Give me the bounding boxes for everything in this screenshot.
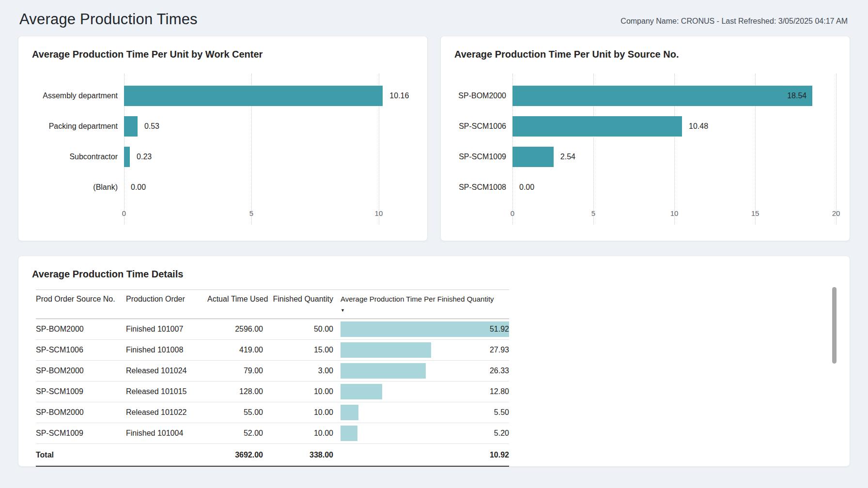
axis-tick-label: 5 [249,209,253,217]
table-cell: 338.00 [263,451,333,459]
table-cell: 52.00 [207,429,263,438]
table-data-bar [341,342,431,358]
category-label: SP-BOM2000 [454,92,512,100]
bar-track: 0.53 [124,116,414,137]
column-header[interactable]: Average Production Time Per Finished Qua… [333,294,509,315]
table-data-bar [341,405,358,420]
table-cell: 50.00 [263,325,333,334]
table-cell: 419.00 [207,346,263,354]
page-title: Average Production Times [19,11,198,28]
chart-bar-row: SP-BOM200018.54 [454,80,836,111]
table-cell: Finished 101008 [126,346,207,354]
chart-bar-row: (Blank)0.00 [32,172,414,202]
work-center-chart-card: Average Production Time Per Unit by Work… [18,36,428,241]
chart-title: Average Production Time Per Unit by Sour… [454,49,836,60]
category-label: Assembly department [32,92,124,100]
chart-bar[interactable] [124,147,130,167]
chart-bar[interactable] [512,86,812,106]
table-cell: Released 101015 [126,387,207,396]
table-cell-value: 26.33 [490,361,509,381]
table-cell: 10.00 [263,429,333,438]
bar-value-label: 0.23 [137,152,152,161]
axis-tick-label: 20 [832,209,840,217]
bar-track: 0.00 [512,177,836,198]
axis-tick-label: 10 [375,209,383,217]
bar-value-label: 0.00 [519,183,534,192]
chart-bar[interactable] [124,86,383,106]
sort-descending-icon: ▼ [341,305,509,315]
table-cell: Released 101022 [126,408,207,417]
bar-value-label: 10.48 [689,122,708,131]
bar-track: 10.16 [124,86,414,106]
chart-bar[interactable] [512,147,554,167]
report-header: Average Production Times Company Name: C… [0,0,868,36]
table-row[interactable]: SP-BOM2000Finished 1010072596.0050.0051.… [36,319,509,339]
gridline [836,74,837,225]
chart-bar[interactable] [124,116,138,137]
table-cell: SP-BOM2000 [36,366,126,375]
chart-bar-row: SP-SCM10092.54 [454,141,836,172]
chart-x-axis: 05101520 [512,209,836,220]
chart-title: Average Production Time Per Unit by Work… [32,49,414,60]
axis-tick-label: 0 [122,209,126,217]
table-cell: 10.00 [263,387,333,396]
source-no-chart-card: Average Production Time Per Unit by Sour… [440,36,850,241]
bar-value-label: 18.54 [787,92,806,100]
bar-track: 0.23 [124,147,414,167]
table-row[interactable]: SP-BOM2000Released 10102479.003.0026.33 [36,360,509,381]
bar-value-label: 2.54 [560,152,575,161]
chart-x-axis: 0510 [124,209,414,220]
table-cell: 15.00 [263,346,333,354]
table-cell-value: 10.92 [490,445,509,465]
table-data-bar [341,384,382,399]
table-cell: 10.92 [333,445,509,465]
table-row[interactable]: SP-SCM1006Finished 101008419.0015.0027.9… [36,339,509,360]
table-cell-value: 27.93 [490,340,509,360]
column-header-label: Finished Quantity [273,295,333,303]
bar-value-label: 0.00 [131,183,146,192]
table-row[interactable]: SP-BOM2000Released 10102255.0010.005.50 [36,402,509,423]
table-cell-value: 5.20 [494,423,509,443]
table-cell: 79.00 [207,366,263,375]
bar-track: 18.54 [512,86,836,106]
work-center-chart: Assembly department10.16Packing departme… [32,80,414,220]
source-no-chart: SP-BOM200018.54SP-SCM100610.48SP-SCM1009… [454,80,836,220]
table-data-bar [341,363,426,379]
bar-value-label: 10.16 [389,92,409,100]
column-header[interactable]: Prod Order Source No. [36,294,126,315]
charts-row: Average Production Time Per Unit by Work… [18,36,850,241]
bar-value-label: 0.53 [144,122,159,131]
table-cell: 2596.00 [207,325,263,334]
table-cell: 3.00 [263,366,333,375]
column-header[interactable]: Production Order [126,294,207,315]
table-cell: SP-SCM1009 [36,387,126,396]
table-cell: SP-BOM2000 [36,408,126,417]
bar-track: 0.00 [124,177,414,198]
table-row[interactable]: SP-SCM1009Released 101015128.0010.0012.8… [36,381,509,402]
table-cell: Released 101024 [126,366,207,375]
table-cell: 5.50 [333,402,509,423]
table-cell: 51.92 [333,319,509,339]
table-cell: 128.00 [207,387,263,396]
column-header-label: Production Order [126,295,185,303]
category-label: (Blank) [32,183,124,192]
table-cell: 26.33 [333,361,509,381]
table-total-row: Total3692.00338.0010.92 [36,443,509,467]
category-label: SP-SCM1008 [454,183,512,192]
column-header-label: Prod Order Source No. [36,295,115,303]
column-header[interactable]: Actual Time Used [207,294,263,315]
table-row[interactable]: SP-SCM1009Finished 10100452.0010.005.20 [36,423,509,443]
chart-bar-row: Subcontractor0.23 [32,141,414,172]
category-label: SP-SCM1009 [454,152,512,161]
table-cell: 12.80 [333,381,509,402]
column-header[interactable]: Finished Quantity [263,294,333,315]
table-header-row: Prod Order Source No.Production OrderAct… [36,290,509,319]
table-scrollbar-thumb[interactable] [832,287,837,364]
category-label: SP-SCM1006 [454,122,512,131]
details-table-card: Average Production Time Details Prod Ord… [18,256,850,467]
table-cell-value: 51.92 [490,319,509,339]
chart-bar[interactable] [512,116,682,137]
column-header-label: Average Production Time Per Finished Qua… [341,295,494,303]
bar-track: 10.48 [512,116,836,137]
table-data-bar [341,426,357,441]
